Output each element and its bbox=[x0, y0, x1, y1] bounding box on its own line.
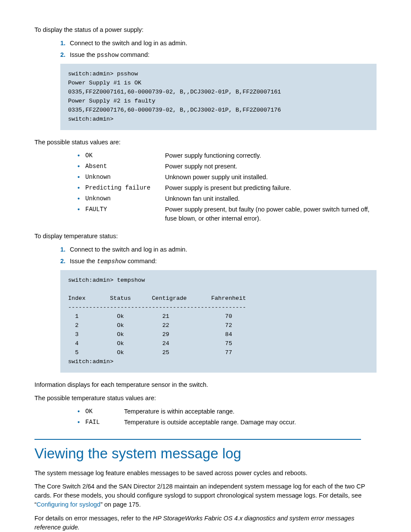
step-text-pre: Issue the bbox=[70, 258, 97, 264]
step-text-post: command: bbox=[126, 258, 157, 264]
step-1: 1. Connect to the switch and log in as a… bbox=[60, 39, 377, 48]
step-text-post: command: bbox=[118, 51, 149, 58]
status-desc: Power supply functioning correctly. bbox=[165, 151, 377, 160]
status-desc: Power supply present, but faulty (no pow… bbox=[165, 205, 377, 223]
status-term: Absent bbox=[85, 162, 165, 171]
status-desc: Temperature is outside acceptable range.… bbox=[124, 418, 377, 427]
status-term: FAULTY bbox=[85, 205, 165, 214]
status-row: •OKTemperature is within acceptable rang… bbox=[78, 407, 377, 416]
step-number: 2. bbox=[60, 257, 68, 266]
document-page: To display the status of a power supply:… bbox=[0, 0, 411, 532]
link-configuring-syslogd[interactable]: Configuring for syslogd bbox=[37, 501, 100, 508]
status-term: Predicting failure bbox=[85, 184, 165, 192]
paragraph-temp-after2: The possible temperature status values a… bbox=[34, 394, 377, 403]
step-text: Connect to the switch and log in as admi… bbox=[70, 40, 187, 47]
bullet-icon: • bbox=[78, 407, 85, 416]
bullet-icon: • bbox=[78, 205, 85, 214]
step-2: 2. Issue the tempshow command: bbox=[60, 257, 377, 266]
text-span: For details on error messages, refer to … bbox=[34, 515, 153, 522]
code-block-tempshow: switch:admin> tempshow Index Status Cent… bbox=[60, 270, 377, 372]
status-row: •FAILTemperature is outside acceptable r… bbox=[78, 418, 377, 427]
inline-command: psshow bbox=[97, 52, 118, 59]
status-term: FAIL bbox=[85, 418, 124, 426]
status-desc: Unknown power supply unit installed. bbox=[165, 173, 377, 182]
status-desc: Temperature is within acceptable range. bbox=[124, 407, 377, 416]
status-term: Unknown bbox=[85, 173, 165, 181]
status-row: •Predicting failurePower supply is prese… bbox=[78, 184, 377, 193]
step-number: 1. bbox=[60, 245, 68, 254]
step-text-pre: Issue the bbox=[70, 51, 97, 58]
step-1: 1. Connect to the switch and log in as a… bbox=[60, 245, 377, 254]
status-row: •UnknownUnknown power supply unit instal… bbox=[78, 173, 377, 182]
status-term: Unknown bbox=[85, 194, 165, 203]
section-paragraph-1: The system message log feature enables m… bbox=[34, 469, 377, 478]
step-number: 1. bbox=[60, 39, 68, 48]
heading-viewing-log: Viewing the system message log bbox=[34, 443, 377, 464]
bullet-icon: • bbox=[78, 162, 85, 171]
paragraph-intro-temp: To display temperature status: bbox=[34, 232, 377, 241]
steps-ps: 1. Connect to the switch and log in as a… bbox=[60, 39, 377, 59]
step-number: 2. bbox=[60, 50, 68, 59]
status-row: •UnknownUnknown fan unit installed. bbox=[78, 194, 377, 203]
section-rule bbox=[34, 439, 361, 440]
status-row: •FAULTYPower supply present, but faulty … bbox=[78, 205, 377, 223]
status-row: •OKPower supply functioning correctly. bbox=[78, 151, 377, 160]
inline-command: tempshow bbox=[97, 258, 126, 265]
status-desc: Power supply is present but predicting f… bbox=[165, 184, 377, 193]
bullet-icon: • bbox=[78, 418, 85, 427]
step-text: Connect to the switch and log in as admi… bbox=[70, 246, 187, 253]
ps-status-list: •OKPower supply functioning correctly. •… bbox=[78, 151, 377, 223]
section-paragraph-3: For details on error messages, refer to … bbox=[34, 514, 377, 532]
code-block-psshow: switch:admin> psshow Power Supply #1 is … bbox=[60, 64, 377, 130]
bullet-icon: • bbox=[78, 194, 85, 203]
text-span: ” on page 175. bbox=[100, 501, 141, 508]
bullet-icon: • bbox=[78, 184, 85, 193]
status-term: OK bbox=[85, 407, 124, 416]
step-2: 2. Issue the psshow command: bbox=[60, 50, 377, 59]
paragraph-status-intro: The possible status values are: bbox=[34, 138, 377, 147]
bullet-icon: • bbox=[78, 151, 85, 160]
paragraph-intro-ps: To display the status of a power supply: bbox=[34, 25, 377, 34]
paragraph-temp-after1: Information displays for each temperatur… bbox=[34, 380, 377, 389]
steps-temp: 1. Connect to the switch and log in as a… bbox=[60, 245, 377, 266]
temp-status-list: •OKTemperature is within acceptable rang… bbox=[78, 407, 377, 427]
bullet-icon: • bbox=[78, 173, 85, 182]
status-desc: Power supply not present. bbox=[165, 162, 377, 171]
status-desc: Unknown fan unit installed. bbox=[165, 194, 377, 203]
section-paragraph-2: The Core Switch 2/64 and the SAN Directo… bbox=[34, 482, 377, 509]
status-row: •AbsentPower supply not present. bbox=[78, 162, 377, 171]
status-term: OK bbox=[85, 151, 165, 160]
